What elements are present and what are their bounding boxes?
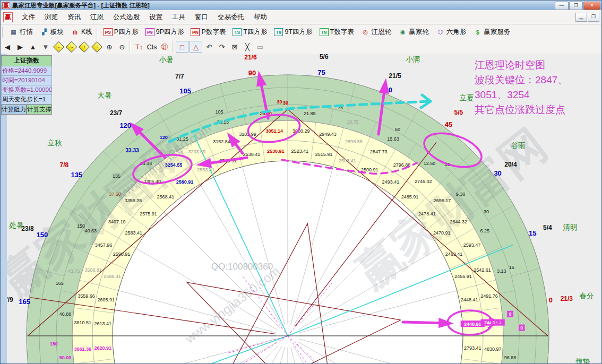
rect-tool-button[interactable]: □ bbox=[176, 41, 188, 53]
crosshair-button[interactable]: ╳ bbox=[242, 41, 253, 52]
down-button[interactable]: ▼ bbox=[40, 41, 51, 52]
menu-item-资讯[interactable]: 资讯 bbox=[63, 11, 85, 23]
window-title: 赢家江恩专业版[赢家服务平台] - [上证指数 江恩轮] bbox=[12, 2, 150, 10]
9p-square-label: 9P四方形 bbox=[156, 28, 184, 37]
menu-item-帮助[interactable]: 帮助 bbox=[249, 11, 272, 23]
price-major-ring-value: 3661.36 bbox=[74, 346, 92, 352]
price-minor-ring-value: 2538.41 bbox=[243, 152, 261, 157]
rotate-ccw-button[interactable]: ↶ bbox=[203, 41, 215, 52]
gann-wheel-label: 江恩轮 bbox=[372, 28, 392, 37]
price-minor-ring-value: 2598.41 bbox=[104, 274, 121, 279]
winner-service-label: 赢家服务 bbox=[484, 28, 510, 37]
zoom-out-button[interactable]: ⊖ bbox=[116, 41, 128, 52]
pan-left-icon: ← bbox=[53, 41, 64, 52]
mdi-button-1[interactable]: ❐ bbox=[588, 13, 599, 22]
percent-ring-value: 37.50 bbox=[109, 192, 121, 197]
cls-button[interactable]: Cls bbox=[146, 41, 158, 52]
winner-service-icon: $ bbox=[473, 28, 482, 36]
close-button[interactable]: ✕ bbox=[583, 2, 600, 10]
pan-down-button[interactable]: ↓ bbox=[91, 41, 102, 52]
forward-button[interactable]: ▶ bbox=[14, 41, 26, 52]
analysis-note: 江恩理论时空图波段关键位：2847、3051、3254其它点位涨跌过度点 bbox=[475, 58, 567, 117]
price-major-ring-value: 3508.81 bbox=[84, 267, 102, 273]
price-minor-ring-value: 2568.41 bbox=[157, 194, 175, 200]
screen-button[interactable]: ▭ bbox=[254, 41, 266, 52]
计算阻力-button[interactable]: 计算阻力 bbox=[1, 105, 27, 115]
calendar-button[interactable]: ㉑ bbox=[159, 41, 170, 52]
t-square-label: T四方形 bbox=[243, 28, 267, 37]
app-icon: 赢 bbox=[2, 2, 10, 9]
price-major-ring-value: 3152.84 bbox=[213, 139, 230, 144]
price-minor-ring-value: 2613.41 bbox=[94, 321, 111, 326]
note-line: 江恩理论时空图 bbox=[475, 58, 567, 73]
menu-item-江恩[interactable]: 江恩 bbox=[85, 11, 108, 23]
degree-ring-value: 150 bbox=[77, 223, 85, 229]
triangle-tool-button[interactable]: △ bbox=[190, 41, 202, 53]
outer-degree-label: 150 bbox=[37, 231, 48, 239]
extra-label: 33.33 bbox=[125, 148, 139, 153]
title-bar[interactable]: 赢 赢家江恩专业版[赢家服务平台] - [上证指数 江恩轮] —❐✕ bbox=[1, 1, 601, 10]
quotes-button[interactable]: ▦行情 bbox=[6, 27, 36, 38]
price-minor-ring-value: 2560.91 bbox=[176, 179, 194, 185]
pan-left-button[interactable]: ← bbox=[53, 41, 64, 52]
pan-right-button[interactable]: → bbox=[65, 41, 77, 52]
price-major-ring-value: 3407.10 bbox=[108, 219, 126, 224]
degree-ring-value: 15 bbox=[509, 265, 514, 270]
9t-square-label: 9T四方形 bbox=[285, 28, 312, 37]
price-minor-ring-value: 2523.41 bbox=[291, 149, 309, 154]
hexagon-button[interactable]: ⬡六角形 bbox=[433, 27, 469, 38]
price-major-ring-value: 3559.66 bbox=[78, 293, 95, 299]
price-major-ring-value: 2695.17 bbox=[434, 198, 451, 203]
price-major-ring-value: 3051.14 bbox=[265, 128, 283, 134]
quotes-icon: ▦ bbox=[9, 28, 18, 36]
zoom-in-button[interactable]: ⊕ bbox=[104, 41, 115, 52]
price-major-ring-value: 2644.32 bbox=[450, 219, 468, 224]
toolbar-separator bbox=[130, 41, 131, 52]
solar-date-label: 21/6 bbox=[244, 54, 257, 61]
main-toolbar: ▦行情▞板块ılıK线PSP四方形P99P四方形PNP数字表TST四方形T99T… bbox=[1, 24, 601, 40]
menu-item-公式选股[interactable]: 公式选股 bbox=[108, 11, 144, 23]
outer-degree-label: 105 bbox=[179, 87, 191, 95]
menu-item-设置[interactable]: 设置 bbox=[144, 11, 167, 23]
rotate-cw-button[interactable]: ↷ bbox=[216, 41, 228, 52]
menu-item-浏览[interactable]: 浏览 bbox=[40, 11, 63, 23]
menu-item-交易委托[interactable]: 交易委托 bbox=[213, 11, 249, 23]
percent-ring-value: 12.50 bbox=[424, 161, 436, 166]
kline-button[interactable]: ılıK线 bbox=[68, 27, 95, 38]
solar-date-label: 7/9 bbox=[7, 296, 13, 304]
9p-square-button[interactable]: P99P四方形 bbox=[143, 27, 187, 38]
back-button[interactable]: ◀ bbox=[2, 41, 13, 52]
box-x-button[interactable]: ⊠ bbox=[229, 41, 240, 52]
price-minor-ring-value: 2455.91 bbox=[454, 274, 472, 279]
9t-square-button[interactable]: T99T四方形 bbox=[271, 27, 315, 38]
p-square-button[interactable]: PSP四方形 bbox=[101, 27, 141, 38]
solar-date-label: 5/5 bbox=[454, 109, 463, 116]
minimize-button[interactable]: — bbox=[555, 2, 569, 10]
winner-service-button[interactable]: $赢家服务 bbox=[470, 27, 513, 38]
pan-up-button[interactable]: ↑ bbox=[78, 41, 90, 52]
price-minor-ring-value: 2605.91 bbox=[97, 297, 115, 302]
percent-ring-value: 50.00 bbox=[59, 355, 72, 360]
percent-ring-value: 46.88 bbox=[59, 311, 72, 317]
gann-wheel-button[interactable]: ◎江恩轮 bbox=[358, 27, 394, 38]
p-table-button[interactable]: PNP数字表 bbox=[188, 27, 228, 38]
time-axis-button[interactable]: T↕ bbox=[133, 41, 145, 52]
solar-date-label: 5/4 bbox=[543, 224, 552, 231]
outer-degree-label: 30 bbox=[494, 169, 501, 177]
degree-ring-value: 180 bbox=[50, 341, 58, 346]
t-table-button[interactable]: TNT数字表 bbox=[317, 27, 357, 38]
sectors-button[interactable]: ▞板块 bbox=[37, 27, 66, 38]
up-button[interactable]: ▲ bbox=[27, 41, 39, 52]
menu-item-工具[interactable]: 工具 bbox=[167, 11, 190, 23]
price-minor-ring-value: 2463.41 bbox=[445, 252, 463, 257]
计算支撑-button[interactable]: 计算支撑 bbox=[27, 105, 52, 115]
winner-wheel-button[interactable]: ◉赢家轮 bbox=[395, 27, 432, 38]
mdi-button-0[interactable]: ▁ bbox=[575, 13, 587, 22]
outer-degree-label: 75 bbox=[317, 68, 325, 76]
solar-date-label: 21/5 bbox=[389, 72, 401, 80]
menu-item-窗口[interactable]: 窗口 bbox=[190, 11, 213, 23]
menu-item-文件[interactable]: 文件 bbox=[17, 11, 40, 23]
hexagon-label: 六角形 bbox=[446, 28, 467, 37]
t-square-button[interactable]: TST四方形 bbox=[230, 27, 270, 38]
maximize-button[interactable]: ❐ bbox=[569, 2, 583, 10]
